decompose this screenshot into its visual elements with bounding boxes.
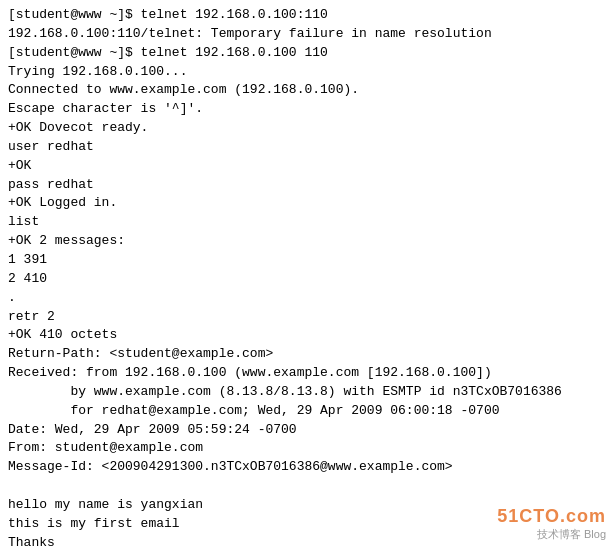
watermark-brand: 51CTO.com <box>497 506 606 527</box>
terminal-window: [student@www ~]$ telnet 192.168.0.100:11… <box>0 0 614 560</box>
watermark: 51CTO.com 技术博客 Blog <box>497 506 606 542</box>
watermark-subtitle: 技术博客 Blog <box>497 527 606 542</box>
terminal-output: [student@www ~]$ telnet 192.168.0.100:11… <box>8 6 606 560</box>
